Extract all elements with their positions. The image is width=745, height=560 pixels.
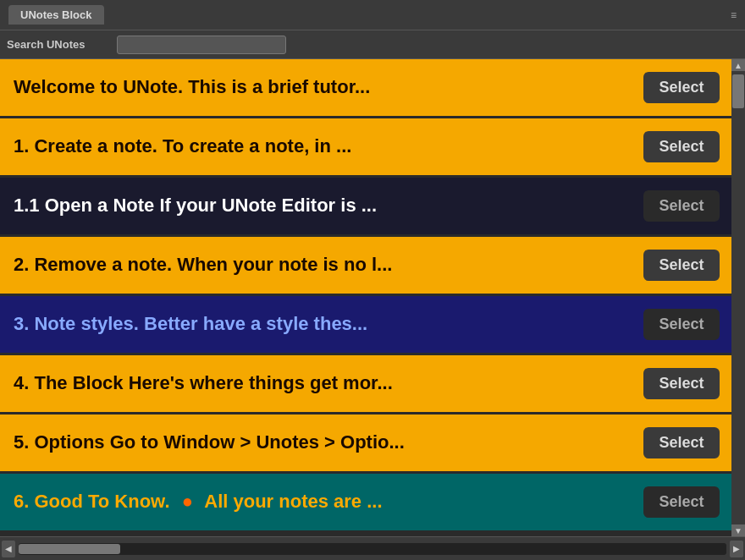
select-button[interactable]: Select: [643, 486, 720, 518]
search-label: Search UNotes: [7, 38, 108, 51]
item-text: 2. Remove a note. When your note is no l…: [14, 254, 643, 276]
scroll-down-button[interactable]: ▼: [731, 524, 745, 536]
select-button[interactable]: Select: [643, 250, 720, 281]
h-scrollbar-thumb[interactable]: [19, 544, 120, 554]
notes-list: Welcome to UNote. This is a brief tutor.…: [0, 59, 731, 536]
list-item[interactable]: 1.1 Open a Note If your UNote Editor is …: [0, 178, 731, 237]
menu-icon[interactable]: ≡: [731, 9, 737, 21]
list-item[interactable]: 2. Remove a note. When your note is no l…: [0, 237, 731, 296]
list-item[interactable]: 4. The Block Here's where things get mor…: [0, 355, 731, 415]
select-button[interactable]: Select: [643, 72, 720, 103]
list-item[interactable]: Welcome to UNote. This is a brief tutor.…: [0, 59, 731, 118]
item-text: 4. The Block Here's where things get mor…: [14, 372, 643, 394]
select-button[interactable]: Select: [643, 368, 720, 399]
scroll-up-icon: ▲: [734, 61, 742, 70]
item-text-part1: 6. Good To Know.: [14, 491, 170, 512]
list-item[interactable]: 5. Options Go to Window > Unotes > Optio…: [0, 415, 731, 474]
list-item[interactable]: 1. Create a note. To create a note, in .…: [0, 118, 731, 178]
select-button[interactable]: Select: [643, 131, 720, 162]
app-title-tab: UNotes Block: [8, 5, 104, 25]
item-text: Welcome to UNote. This is a brief tutor.…: [14, 76, 643, 98]
scroll-up-button[interactable]: ▲: [731, 59, 745, 71]
title-bar-controls: ≡: [731, 9, 737, 21]
item-text: 3. Note styles. Better have a style thes…: [14, 313, 643, 335]
item-text: 6. Good To Know. ● All your notes are ..…: [14, 491, 643, 513]
item-text: 1.1 Open a Note If your UNote Editor is …: [14, 195, 643, 217]
scroll-down-icon: ▼: [734, 526, 742, 535]
select-button[interactable]: Select: [643, 190, 720, 222]
item-text: 1. Create a note. To create a note, in .…: [14, 135, 643, 157]
list-container: Welcome to UNote. This is a brief tutor.…: [0, 59, 745, 536]
select-button[interactable]: Select: [643, 427, 720, 458]
item-text-part2: All your notes are ...: [204, 491, 382, 512]
search-bar: Search UNotes: [0, 30, 745, 59]
h-scrollbar-track[interactable]: [19, 543, 726, 555]
list-item[interactable]: 6. Good To Know. ● All your notes are ..…: [0, 474, 731, 533]
scroll-left-icon: ◀: [5, 544, 12, 553]
list-item[interactable]: 3. Note styles. Better have a style thes…: [0, 296, 731, 355]
item-text: 5. Options Go to Window > Unotes > Optio…: [14, 431, 643, 453]
app-title: UNotes Block: [20, 8, 92, 21]
scrollbar-track[interactable]: [731, 71, 745, 524]
bullet-dot: ●: [182, 491, 193, 512]
scroll-left-button[interactable]: ◀: [2, 541, 15, 557]
scrollbar-thumb[interactable]: [732, 74, 744, 108]
horizontal-scrollbar-bar: ◀ ▶: [0, 536, 745, 560]
search-input[interactable]: [117, 36, 286, 54]
vertical-scrollbar: ▲ ▼: [731, 59, 745, 536]
scroll-right-icon: ▶: [733, 544, 740, 553]
title-bar: UNotes Block ≡: [0, 0, 745, 30]
select-button[interactable]: Select: [643, 309, 720, 340]
scroll-right-button[interactable]: ▶: [730, 541, 743, 557]
